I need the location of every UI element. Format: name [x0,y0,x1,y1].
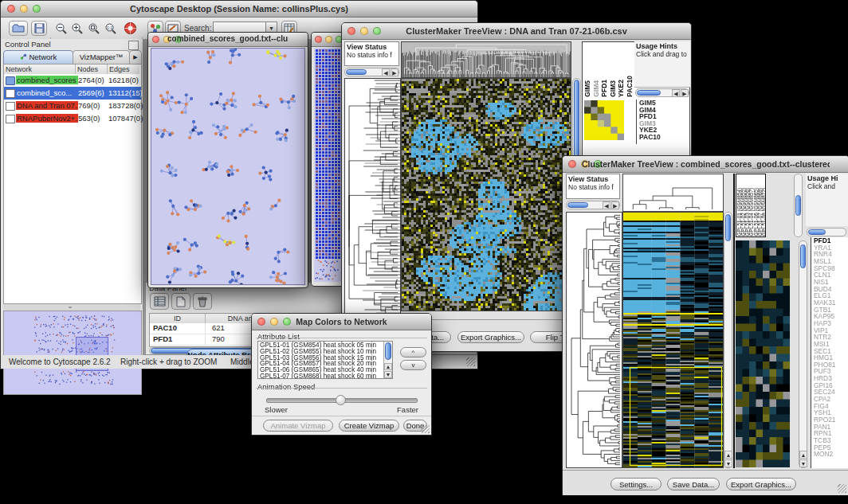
gene-dendrogram[interactable] [566,212,622,468]
zoom-row-labels: GIM5GIM4PFD1GIM3YKE2PAC10 [636,100,687,144]
window-titlebar[interactable]: Cytoscape Desktop (Session Name: collins… [1,1,477,18]
column-label: YKE2 [618,80,626,97]
document-icon [6,89,15,98]
speed-slider[interactable] [266,398,418,403]
zoom-actual-icon[interactable]: 1:1 [103,21,119,36]
cell-id: PFD1 [150,334,206,345]
desktop: Cytoscape Desktop (Session Name: collins… [0,0,848,504]
close-icon[interactable] [152,36,159,43]
settings-button[interactable]: Settings... [610,478,662,490]
tab-vizmapper[interactable]: VizMapper™ [73,50,130,64]
window-title: ClusterMaker TreeView : combined_scores_… [582,159,830,169]
hints-hscrollbar[interactable]: ◀ ▶ [635,88,689,97]
network-list-row[interactable]: DNA and Tran 07...769(0)183728(0) [4,100,141,112]
export-graphics-button[interactable]: Export Graphics... [726,478,796,490]
create-vizmap-button[interactable]: Create Vizmap [339,420,399,432]
dialog-title: Map Colors to Network [271,317,412,326]
network-edges: 183728(0) [108,101,143,110]
network-name: combined_sco... [16,88,78,97]
network-list-row[interactable]: combined_sco...2569(6)13112(15) [4,87,141,100]
array-dendrogram[interactable] [401,41,571,78]
zoom-heatmap[interactable] [584,100,624,140]
window-titlebar[interactable]: ClusterMaker TreeView : combined_scores_… [563,156,848,173]
window-title: Cytoscape Desktop (Session Name: collins… [20,4,458,14]
heatmap-vscrollbar[interactable]: ▲ ▼ [724,212,732,468]
gene-label[interactable]: MON2 [814,451,848,458]
network-list-row[interactable]: RNAPuberNov2+...563(0)107847(0) [4,112,141,125]
col-nodes: Nodes [76,64,108,74]
col-edges: Edges [108,64,139,74]
attribute-select-icon[interactable] [150,293,169,310]
panel-splitter[interactable] [3,304,140,311]
control-panel-title: Control Panel [5,40,51,49]
folder-icon [6,76,15,85]
zoom-column-labels: GPL51-01 (GSM854)GPL51-02 (GSM855)GPL51-… [737,175,766,236]
column-label: PAC10 [626,76,633,97]
window-titlebar[interactable]: combined_scores_good.txt--cluste... [148,33,308,47]
column-label: PFD1 [601,80,609,97]
network-canvas[interactable] [151,48,305,285]
close-icon[interactable] [568,160,576,168]
network-nodes: 769(0) [78,101,100,110]
close-icon[interactable] [315,36,322,43]
hints-hscrollbar[interactable] [807,228,846,236]
export-graphics-button[interactable]: Export Graphics... [457,331,524,343]
zoom-in-icon[interactable] [69,21,85,36]
control-panel: Control Panel Network VizMapper™ ▶ Netwo… [1,39,143,355]
attribute-listbox[interactable]: GPL51-01 (GSM854) heat shock 05 minGPL51… [257,341,393,379]
zoom-heatmap[interactable] [736,240,790,467]
animate-vizmap-button[interactable]: Animate Vizmap [263,420,333,432]
network-nodes: 2569(6) [78,88,104,97]
network-view-window: combined_scores_good.txt--cluste... [147,32,308,288]
network-list-row[interactable]: combined_scores2764(0)16218(0) [4,74,141,87]
resize-grip[interactable] [421,424,430,433]
attribute-list-item[interactable]: GPL51-07 (GSM868) heat shock 60 min [260,373,382,379]
list-vscrollbar[interactable]: ▲ ▼ [383,342,392,378]
zoom-heatmap-vscrollbar[interactable]: ▲ ▼ [799,240,807,468]
tab-overflow-icon[interactable]: ▶ [129,50,142,64]
column-label: GIM3 [610,80,618,97]
window-titlebar[interactable]: ClusterMaker TreeView : DNA and Tran 07-… [342,23,691,40]
treeview-window-combined: ClusterMaker TreeView : combined_scores_… [562,155,848,495]
zoom-selected-icon[interactable] [86,21,102,36]
network-nodes: 563(0) [78,114,100,123]
network-canvas[interactable] [314,48,343,282]
delete-attribute-icon[interactable] [193,293,212,310]
resize-grip[interactable] [466,357,475,366]
close-icon[interactable] [7,5,15,13]
column-label: GIM5 [584,80,592,97]
birdseye-view[interactable] [3,311,142,395]
heatmap-canvas[interactable] [622,212,724,468]
network-nodes: 2764(0) [78,76,104,84]
help-ring-icon[interactable] [122,21,138,36]
status-hscrollbar[interactable]: ◀ ▶ [566,201,620,209]
network-edges: 16218(0) [108,76,139,84]
zoom-out-icon[interactable] [53,21,69,36]
minimize-icon[interactable] [325,36,332,43]
zoom-vscrollbar[interactable] [794,174,803,237]
tab-network[interactable]: Network [3,50,73,64]
gene-dendrogram[interactable] [344,78,401,319]
close-icon[interactable] [257,318,265,326]
tab-network-label: Network [29,53,57,61]
status-hscrollbar[interactable]: ◀ ▶ [344,68,399,76]
move-up-button[interactable]: ^ [400,347,426,357]
attribute-list-label: Attribute List [257,332,300,341]
heatmap-canvas[interactable] [401,78,571,311]
window-titlebar[interactable]: Map Colors to Network [252,314,431,330]
map-colors-dialog: Map Colors to Network Attribute List GPL… [251,313,432,436]
open-icon[interactable] [9,21,28,36]
save-icon[interactable] [31,21,47,36]
new-attribute-icon[interactable] [171,293,190,310]
resize-grip[interactable] [838,484,846,493]
float-panel-icon[interactable] [128,41,139,50]
move-down-button[interactable]: v [400,360,426,370]
document-icon [6,102,15,111]
slider-thumb[interactable] [336,395,346,405]
save-data-button[interactable]: Save Data... [667,478,720,490]
array-dendrogram[interactable] [622,174,724,212]
network-table-header: Network Nodes Edges [4,64,141,74]
close-icon[interactable] [347,27,355,35]
cell-value: 790 [206,334,225,345]
window-titlebar[interactable] [312,33,345,47]
